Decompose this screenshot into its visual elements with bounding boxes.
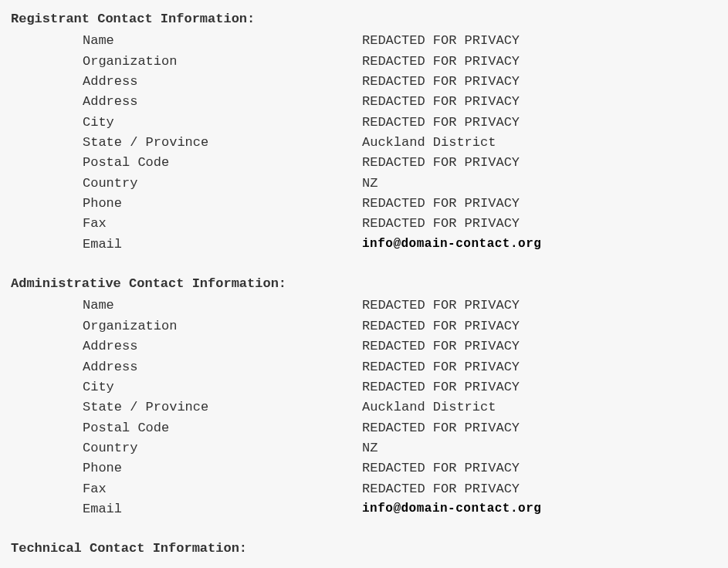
field-value: Auckland District	[362, 133, 496, 153]
field-label: City	[83, 113, 362, 133]
field-label: State / Province	[83, 133, 362, 153]
technical-section: Technical Contact Information:	[11, 539, 717, 559]
field-value: REDACTED FOR PRIVACY	[362, 153, 520, 173]
field-label: Address	[83, 72, 362, 92]
field-value: REDACTED FOR PRIVACY	[362, 92, 520, 112]
contact-row: City REDACTED FOR PRIVACY	[83, 377, 717, 397]
contact-row: Email info@domain-contact.org	[83, 235, 717, 255]
field-label: Organization	[83, 52, 362, 72]
field-value: REDACTED FOR PRIVACY	[362, 52, 520, 72]
contact-row: Fax REDACTED FOR PRIVACY	[83, 479, 717, 499]
email-value: info@domain-contact.org	[362, 499, 541, 519]
contact-row: Address REDACTED FOR PRIVACY	[83, 72, 717, 92]
field-value: REDACTED FOR PRIVACY	[362, 296, 520, 316]
contact-row: Email info@domain-contact.org	[83, 499, 717, 519]
contact-row: State / Province Auckland District	[83, 397, 717, 418]
field-label: Email	[83, 499, 362, 519]
contact-row: Address REDACTED FOR PRIVACY	[83, 92, 717, 112]
field-value: REDACTED FOR PRIVACY	[362, 458, 520, 478]
field-label: Postal Code	[83, 153, 362, 173]
field-label: Postal Code	[83, 418, 362, 438]
registrant-heading: Registrant Contact Information:	[11, 9, 717, 29]
contact-row: Postal Code REDACTED FOR PRIVACY	[83, 153, 717, 173]
field-label: Fax	[83, 214, 362, 234]
field-label: Country	[83, 174, 362, 194]
field-value: REDACTED FOR PRIVACY	[362, 357, 520, 377]
contact-row: Phone REDACTED FOR PRIVACY	[83, 458, 717, 478]
contact-row: Name REDACTED FOR PRIVACY	[83, 296, 717, 316]
field-label: State / Province	[83, 397, 362, 418]
field-label: Organization	[83, 316, 362, 336]
administrative-heading: Administrative Contact Information:	[11, 274, 717, 294]
contact-row: State / Province Auckland District	[83, 133, 717, 153]
field-label: Fax	[83, 479, 362, 499]
field-value: REDACTED FOR PRIVACY	[362, 194, 520, 214]
contact-row: Address REDACTED FOR PRIVACY	[83, 336, 717, 357]
field-label: Country	[83, 438, 362, 458]
contact-row: Address REDACTED FOR PRIVACY	[83, 357, 717, 377]
contact-row: Organization REDACTED FOR PRIVACY	[83, 316, 717, 336]
field-value: REDACTED FOR PRIVACY	[362, 316, 520, 336]
field-value: REDACTED FOR PRIVACY	[362, 336, 520, 357]
field-value: NZ	[362, 174, 378, 194]
field-value: REDACTED FOR PRIVACY	[362, 72, 520, 92]
contact-row: Country NZ	[83, 438, 717, 458]
field-label: Address	[83, 92, 362, 112]
contact-row: Fax REDACTED FOR PRIVACY	[83, 214, 717, 234]
field-value: REDACTED FOR PRIVACY	[362, 377, 520, 397]
field-label: City	[83, 377, 362, 397]
field-label: Name	[83, 296, 362, 316]
contact-row: Organization REDACTED FOR PRIVACY	[83, 52, 717, 72]
contact-row: City REDACTED FOR PRIVACY	[83, 113, 717, 133]
field-label: Phone	[83, 458, 362, 478]
field-label: Name	[83, 31, 362, 51]
field-value: REDACTED FOR PRIVACY	[362, 31, 520, 51]
field-value: NZ	[362, 438, 378, 458]
contact-row: Phone REDACTED FOR PRIVACY	[83, 194, 717, 214]
field-label: Address	[83, 336, 362, 357]
field-value: Auckland District	[362, 397, 496, 418]
administrative-section: Administrative Contact Information: Name…	[11, 274, 717, 519]
contact-row: Postal Code REDACTED FOR PRIVACY	[83, 418, 717, 438]
field-label: Address	[83, 357, 362, 377]
field-value: REDACTED FOR PRIVACY	[362, 479, 520, 499]
registrant-section: Registrant Contact Information: Name RED…	[11, 9, 717, 255]
field-value: REDACTED FOR PRIVACY	[362, 214, 520, 234]
field-value: REDACTED FOR PRIVACY	[362, 113, 520, 133]
technical-heading: Technical Contact Information:	[11, 539, 717, 559]
contact-row: Name REDACTED FOR PRIVACY	[83, 31, 717, 51]
field-label: Phone	[83, 194, 362, 214]
field-value: REDACTED FOR PRIVACY	[362, 418, 520, 438]
email-value: info@domain-contact.org	[362, 235, 541, 255]
contact-row: Country NZ	[83, 174, 717, 194]
field-label: Email	[83, 235, 362, 255]
